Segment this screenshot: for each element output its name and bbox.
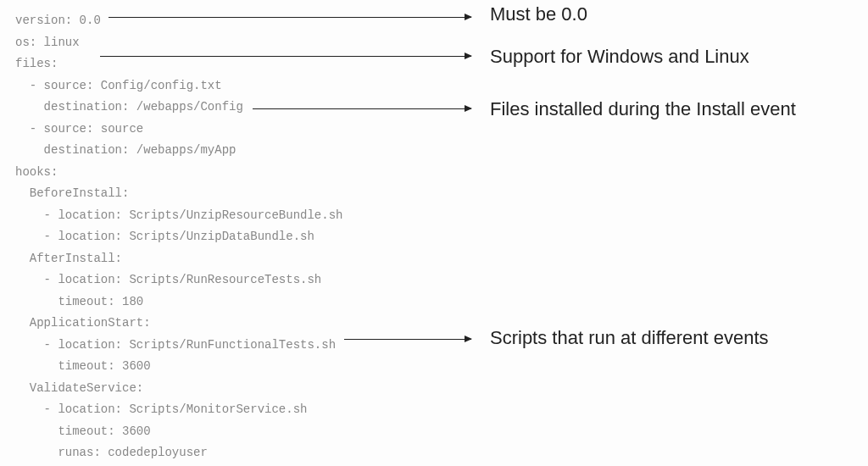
- arrow-icon: [100, 56, 471, 57]
- appspec-code-block: version: 0.0 os: linux files: - source: …: [15, 10, 342, 464]
- annotation-hooks: Scripts that run at different events: [490, 327, 769, 349]
- annotation-version: Must be 0.0: [490, 3, 587, 25]
- arrow-icon: [253, 108, 471, 109]
- arrow-icon: [108, 17, 471, 18]
- annotation-files: Files installed during the Install event: [490, 98, 796, 120]
- arrow-icon: [344, 339, 471, 340]
- annotation-os: Support for Windows and Linux: [490, 46, 749, 68]
